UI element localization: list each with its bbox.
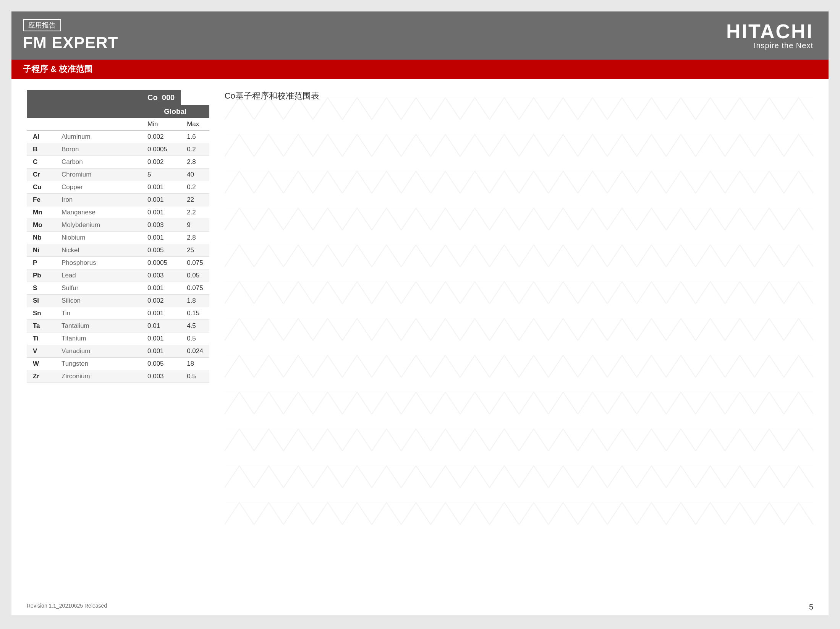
table-row: PbLead0.0030.05: [27, 269, 209, 282]
subtitle-bar: 子程序 & 校准范围: [11, 60, 829, 79]
element-name: Silicon: [55, 295, 141, 307]
element-min: 0.001: [141, 232, 181, 244]
element-name: Tin: [55, 307, 141, 320]
element-symbol: Ta: [27, 320, 55, 332]
element-symbol: Cr: [27, 169, 55, 181]
table-row: TaTantalium0.014.5: [27, 320, 209, 332]
element-min: 0.001: [141, 345, 181, 358]
global-spacer: [27, 105, 141, 118]
header-left: 应用报告 FM EXPERT: [11, 11, 711, 60]
element-symbol: Sn: [27, 307, 55, 320]
element-max: 0.075: [181, 282, 209, 295]
element-min: 0.002: [141, 131, 181, 143]
max-header: Max: [181, 118, 209, 131]
hitachi-logo: HITACHI Inspire the Next: [726, 21, 813, 50]
watermark-pattern: [225, 90, 813, 532]
table-row: AlAluminum0.0021.6: [27, 131, 209, 143]
element-symbol: V: [27, 345, 55, 358]
element-min: 0.0005: [141, 143, 181, 156]
element-name: Sulfur: [55, 282, 141, 295]
col-header-row: Co_000: [27, 90, 209, 105]
element-max: 4.5: [181, 320, 209, 332]
element-symbol: Mn: [27, 206, 55, 219]
element-name: Tantalium: [55, 320, 141, 332]
element-max: 1.8: [181, 295, 209, 307]
table-row: WTungsten0.00518: [27, 358, 209, 370]
element-max: 2.8: [181, 156, 209, 169]
element-min: 0.002: [141, 295, 181, 307]
element-max: 9: [181, 219, 209, 232]
header-right: HITACHI Inspire the Next: [711, 11, 829, 60]
table-row: SnTin0.0010.15: [27, 307, 209, 320]
element-symbol: Si: [27, 295, 55, 307]
global-row: Global: [27, 105, 209, 118]
program-label: Co_000: [141, 90, 181, 105]
element-min: 0.003: [141, 370, 181, 383]
element-symbol: Fe: [27, 194, 55, 206]
element-name: Titanium: [55, 332, 141, 345]
element-name: Nickel: [55, 244, 141, 257]
minmax-spacer: [27, 118, 141, 131]
element-symbol: Pb: [27, 269, 55, 282]
element-name: Boron: [55, 143, 141, 156]
element-symbol: Ti: [27, 332, 55, 345]
element-symbol: Al: [27, 131, 55, 143]
element-min: 0.001: [141, 206, 181, 219]
element-max: 0.5: [181, 332, 209, 345]
table-row: PPhosphorus0.00050.075: [27, 257, 209, 269]
footer-revision: Revision 1.1_20210625 Released: [27, 603, 107, 611]
hitachi-tagline: Inspire the Next: [726, 41, 813, 50]
table-row: VVanadium0.0010.024: [27, 345, 209, 358]
element-max: 0.2: [181, 143, 209, 156]
element-min: 0.002: [141, 156, 181, 169]
element-name: Manganese: [55, 206, 141, 219]
element-min: 0.005: [141, 244, 181, 257]
element-symbol: Cu: [27, 181, 55, 194]
table-row: CuCopper0.0010.2: [27, 181, 209, 194]
element-name: Iron: [55, 194, 141, 206]
table-row: TiTitanium0.0010.5: [27, 332, 209, 345]
element-symbol: P: [27, 257, 55, 269]
element-max: 0.075: [181, 257, 209, 269]
element-min: 0.001: [141, 194, 181, 206]
element-min: 0.003: [141, 219, 181, 232]
hitachi-name: HITACHI: [726, 21, 813, 41]
min-header: Min: [141, 118, 181, 131]
element-name: Phosphorus: [55, 257, 141, 269]
element-name: Tungsten: [55, 358, 141, 370]
element-max: 2.2: [181, 206, 209, 219]
element-name: Carbon: [55, 156, 141, 169]
element-name: Lead: [55, 269, 141, 282]
element-max: 1.6: [181, 131, 209, 143]
header: 应用报告 FM EXPERT HITACHI Inspire the Next: [11, 11, 829, 60]
element-symbol: S: [27, 282, 55, 295]
element-min: 0.005: [141, 358, 181, 370]
svg-rect-1: [225, 90, 813, 532]
element-min: 0.001: [141, 282, 181, 295]
header-title: FM EXPERT: [23, 34, 699, 52]
table-row: SiSilicon0.0021.8: [27, 295, 209, 307]
element-max: 25: [181, 244, 209, 257]
element-min: 0.001: [141, 181, 181, 194]
global-label: Global: [141, 105, 209, 118]
element-name: Vanadium: [55, 345, 141, 358]
right-section: Co基子程序和校准范围表: [225, 90, 813, 383]
table-row: BBoron0.00050.2: [27, 143, 209, 156]
main-content: Co_000 Global Min Max AlAluminum0.0021.6…: [11, 79, 829, 394]
table-row: FeIron0.00122: [27, 194, 209, 206]
element-name: Chromium: [55, 169, 141, 181]
header-badge: 应用报告: [23, 19, 61, 31]
elements-tbody: AlAluminum0.0021.6BBoron0.00050.2CCarbon…: [27, 131, 209, 383]
element-max: 0.024: [181, 345, 209, 358]
table-row: SSulfur0.0010.075: [27, 282, 209, 295]
element-symbol: Nb: [27, 232, 55, 244]
element-symbol: Ni: [27, 244, 55, 257]
element-symbol: Zr: [27, 370, 55, 383]
element-name: Copper: [55, 181, 141, 194]
element-max: 40: [181, 169, 209, 181]
element-min: 0.001: [141, 332, 181, 345]
element-symbol: B: [27, 143, 55, 156]
element-max: 18: [181, 358, 209, 370]
data-table: Co_000 Global Min Max AlAluminum0.0021.6…: [27, 90, 209, 383]
element-symbol: C: [27, 156, 55, 169]
